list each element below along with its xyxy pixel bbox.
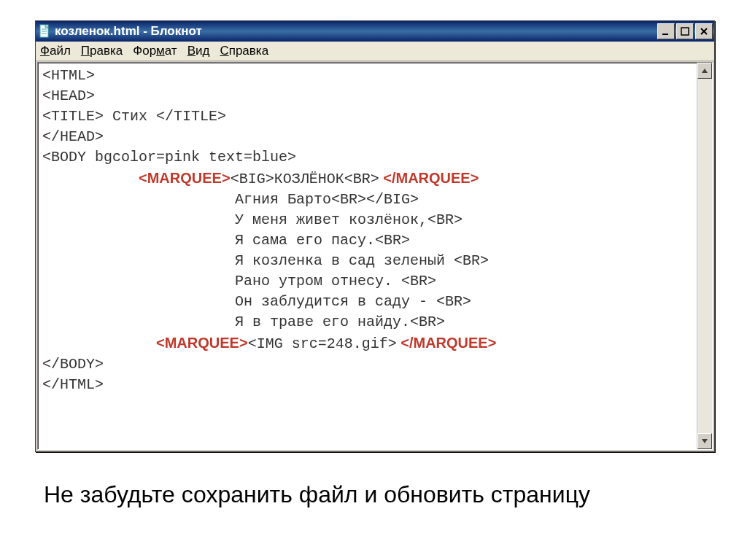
annotation-marquee-close-2: </MARQUEE>: [397, 335, 497, 351]
menu-file[interactable]: Файл: [40, 44, 71, 58]
scroll-up-button[interactable]: [697, 63, 712, 79]
menu-help[interactable]: Справка: [220, 44, 268, 58]
titlebar[interactable]: козленок.html - Блокнот: [36, 21, 714, 42]
document-icon: [39, 24, 50, 39]
minimize-button[interactable]: [657, 23, 675, 39]
annotation-marquee-open-2: <MARQUEE>: [156, 335, 248, 351]
menu-view[interactable]: Вид: [187, 44, 210, 58]
client-area: <HTML> <HEAD> <TITLE> Стих </TITLE> </HE…: [37, 62, 713, 450]
annotation-marquee-open: <MARQUEE>: [139, 170, 231, 186]
close-button[interactable]: [695, 23, 713, 39]
window-title: козленок.html - Блокнот: [55, 24, 202, 39]
notepad-window: козленок.html - Блокнот Файл Правка Форм…: [35, 20, 715, 452]
annotation-marquee-close: </MARQUEE>: [379, 170, 479, 186]
maximize-button[interactable]: [676, 23, 694, 39]
editor-text[interactable]: <HTML> <HEAD> <TITLE> Стих </TITLE> </HE…: [38, 63, 697, 449]
svg-marker-8: [702, 69, 708, 73]
svg-marker-9: [702, 439, 708, 443]
scroll-track[interactable]: [697, 79, 712, 433]
scroll-down-button[interactable]: [697, 433, 712, 449]
menu-format[interactable]: Формат: [133, 44, 177, 58]
slide-caption: Не забудьте сохранить файл и обновить ст…: [44, 481, 590, 508]
svg-rect-4: [662, 34, 668, 35]
menubar: Файл Правка Формат Вид Справка: [36, 42, 714, 61]
vertical-scrollbar[interactable]: [697, 63, 712, 449]
menu-edit[interactable]: Правка: [81, 44, 123, 58]
svg-rect-5: [681, 28, 689, 35]
